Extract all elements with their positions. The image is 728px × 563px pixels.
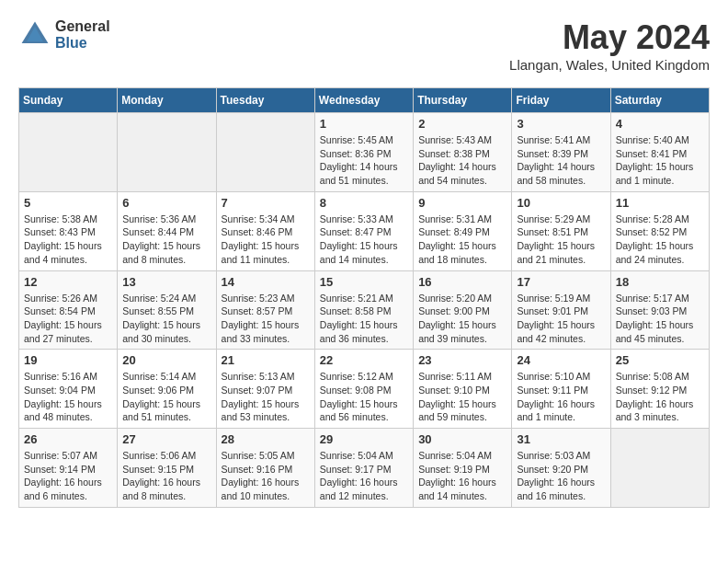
day-info: Sunrise: 5:19 AM Sunset: 9:01 PM Dayligh… — [517, 292, 605, 346]
day-of-week-header: Thursday — [414, 88, 512, 113]
day-of-week-header: Tuesday — [216, 88, 314, 113]
day-number: 25 — [616, 353, 704, 367]
day-info: Sunrise: 5:16 AM Sunset: 9:04 PM Dayligh… — [24, 370, 112, 424]
calendar-day-cell: 28Sunrise: 5:05 AM Sunset: 9:16 PM Dayli… — [216, 429, 314, 508]
month-title: May 2024 — [509, 18, 710, 57]
day-of-week-header: Saturday — [610, 88, 709, 113]
calendar-week-row: 12Sunrise: 5:26 AM Sunset: 8:54 PM Dayli… — [19, 270, 710, 350]
day-number: 30 — [418, 432, 506, 446]
day-info: Sunrise: 5:24 AM Sunset: 8:55 PM Dayligh… — [122, 292, 210, 346]
day-number: 2 — [418, 117, 506, 131]
calendar-day-cell: 23Sunrise: 5:11 AM Sunset: 9:10 PM Dayli… — [414, 350, 512, 429]
calendar-day-cell: 9Sunrise: 5:31 AM Sunset: 8:49 PM Daylig… — [414, 191, 512, 270]
day-info: Sunrise: 5:03 AM Sunset: 9:20 PM Dayligh… — [517, 449, 605, 503]
calendar-day-cell: 27Sunrise: 5:06 AM Sunset: 9:15 PM Dayli… — [118, 429, 216, 508]
day-number: 11 — [616, 196, 704, 210]
day-info: Sunrise: 5:23 AM Sunset: 8:57 PM Dayligh… — [222, 292, 310, 346]
day-info: Sunrise: 5:26 AM Sunset: 8:54 PM Dayligh… — [24, 292, 112, 346]
day-number: 4 — [616, 117, 704, 131]
calendar-day-cell: 11Sunrise: 5:28 AM Sunset: 8:52 PM Dayli… — [610, 191, 709, 270]
day-info: Sunrise: 5:13 AM Sunset: 9:07 PM Dayligh… — [222, 370, 310, 424]
calendar-day-cell: 26Sunrise: 5:07 AM Sunset: 9:14 PM Dayli… — [19, 429, 118, 508]
title-block: May 2024 Llangan, Wales, United Kingdom — [509, 18, 710, 73]
day-number: 14 — [222, 275, 310, 289]
day-number: 13 — [122, 275, 210, 289]
day-number: 28 — [222, 432, 310, 446]
calendar-week-row: 19Sunrise: 5:16 AM Sunset: 9:04 PM Dayli… — [19, 350, 710, 429]
day-number: 16 — [418, 275, 506, 289]
calendar-day-cell: 7Sunrise: 5:34 AM Sunset: 8:46 PM Daylig… — [216, 191, 314, 270]
calendar-day-cell — [610, 429, 709, 508]
day-number: 26 — [24, 432, 112, 446]
calendar-day-cell: 18Sunrise: 5:17 AM Sunset: 9:03 PM Dayli… — [610, 270, 709, 350]
day-info: Sunrise: 5:10 AM Sunset: 9:11 PM Dayligh… — [517, 370, 605, 424]
calendar-day-cell: 1Sunrise: 5:45 AM Sunset: 8:36 PM Daylig… — [314, 113, 413, 192]
day-info: Sunrise: 5:41 AM Sunset: 8:39 PM Dayligh… — [517, 133, 605, 188]
calendar-day-cell: 2Sunrise: 5:43 AM Sunset: 8:38 PM Daylig… — [414, 113, 512, 192]
calendar-day-cell: 15Sunrise: 5:21 AM Sunset: 8:58 PM Dayli… — [314, 270, 413, 350]
calendar-day-cell: 29Sunrise: 5:04 AM Sunset: 9:17 PM Dayli… — [314, 429, 413, 508]
calendar-day-cell: 17Sunrise: 5:19 AM Sunset: 9:01 PM Dayli… — [512, 270, 610, 350]
calendar-day-cell: 3Sunrise: 5:41 AM Sunset: 8:39 PM Daylig… — [512, 113, 610, 192]
calendar-day-cell: 31Sunrise: 5:03 AM Sunset: 9:20 PM Dayli… — [512, 429, 610, 508]
day-number: 15 — [320, 275, 408, 289]
logo-general-text: General — [55, 18, 110, 35]
day-number: 6 — [122, 196, 210, 210]
day-info: Sunrise: 5:28 AM Sunset: 8:52 PM Dayligh… — [616, 213, 704, 267]
day-info: Sunrise: 5:17 AM Sunset: 9:03 PM Dayligh… — [616, 292, 704, 346]
day-number: 19 — [24, 353, 112, 367]
day-of-week-header: Wednesday — [314, 88, 413, 113]
day-info: Sunrise: 5:31 AM Sunset: 8:49 PM Dayligh… — [418, 213, 506, 267]
day-info: Sunrise: 5:34 AM Sunset: 8:46 PM Dayligh… — [222, 213, 310, 267]
day-number: 7 — [222, 196, 310, 210]
location-text: Llangan, Wales, United Kingdom — [509, 57, 710, 73]
day-number: 22 — [320, 353, 408, 367]
day-number: 12 — [24, 275, 112, 289]
calendar-day-cell — [118, 113, 216, 192]
logo-blue-text: Blue — [55, 35, 110, 52]
calendar-day-cell: 6Sunrise: 5:36 AM Sunset: 8:44 PM Daylig… — [118, 191, 216, 270]
day-of-week-header: Sunday — [19, 88, 118, 113]
calendar-week-row: 5Sunrise: 5:38 AM Sunset: 8:43 PM Daylig… — [19, 191, 710, 270]
calendar-day-cell: 24Sunrise: 5:10 AM Sunset: 9:11 PM Dayli… — [512, 350, 610, 429]
calendar-day-cell: 19Sunrise: 5:16 AM Sunset: 9:04 PM Dayli… — [19, 350, 118, 429]
day-info: Sunrise: 5:33 AM Sunset: 8:47 PM Dayligh… — [320, 213, 408, 267]
day-number: 5 — [24, 196, 112, 210]
day-number: 17 — [517, 275, 605, 289]
calendar-day-cell: 8Sunrise: 5:33 AM Sunset: 8:47 PM Daylig… — [314, 191, 413, 270]
calendar-header-row: SundayMondayTuesdayWednesdayThursdayFrid… — [19, 88, 710, 113]
day-number: 9 — [418, 196, 506, 210]
day-info: Sunrise: 5:04 AM Sunset: 9:17 PM Dayligh… — [320, 449, 408, 503]
day-number: 3 — [517, 117, 605, 131]
day-number: 29 — [320, 432, 408, 446]
day-number: 24 — [517, 353, 605, 367]
logo-icon — [18, 18, 51, 52]
day-info: Sunrise: 5:36 AM Sunset: 8:44 PM Dayligh… — [122, 213, 210, 267]
day-number: 1 — [320, 117, 408, 131]
day-number: 18 — [616, 275, 704, 289]
calendar-day-cell: 22Sunrise: 5:12 AM Sunset: 9:08 PM Dayli… — [314, 350, 413, 429]
day-info: Sunrise: 5:11 AM Sunset: 9:10 PM Dayligh… — [418, 370, 506, 424]
day-info: Sunrise: 5:06 AM Sunset: 9:15 PM Dayligh… — [122, 449, 210, 503]
calendar-day-cell: 14Sunrise: 5:23 AM Sunset: 8:57 PM Dayli… — [216, 270, 314, 350]
day-number: 21 — [222, 353, 310, 367]
day-of-week-header: Monday — [118, 88, 216, 113]
day-info: Sunrise: 5:38 AM Sunset: 8:43 PM Dayligh… — [24, 213, 112, 267]
page-header: General Blue May 2024 Llangan, Wales, Un… — [18, 18, 710, 73]
calendar-day-cell — [216, 113, 314, 192]
day-info: Sunrise: 5:20 AM Sunset: 9:00 PM Dayligh… — [418, 292, 506, 346]
day-info: Sunrise: 5:07 AM Sunset: 9:14 PM Dayligh… — [24, 449, 112, 503]
logo: General Blue — [18, 18, 110, 52]
day-number: 23 — [418, 353, 506, 367]
day-info: Sunrise: 5:04 AM Sunset: 9:19 PM Dayligh… — [418, 449, 506, 503]
calendar-day-cell: 25Sunrise: 5:08 AM Sunset: 9:12 PM Dayli… — [610, 350, 709, 429]
calendar-day-cell: 16Sunrise: 5:20 AM Sunset: 9:00 PM Dayli… — [414, 270, 512, 350]
day-info: Sunrise: 5:29 AM Sunset: 8:51 PM Dayligh… — [517, 213, 605, 267]
day-info: Sunrise: 5:14 AM Sunset: 9:06 PM Dayligh… — [122, 370, 210, 424]
day-info: Sunrise: 5:21 AM Sunset: 8:58 PM Dayligh… — [320, 292, 408, 346]
day-info: Sunrise: 5:40 AM Sunset: 8:41 PM Dayligh… — [616, 133, 704, 188]
day-info: Sunrise: 5:12 AM Sunset: 9:08 PM Dayligh… — [320, 370, 408, 424]
calendar-day-cell: 12Sunrise: 5:26 AM Sunset: 8:54 PM Dayli… — [19, 270, 118, 350]
day-of-week-header: Friday — [512, 88, 610, 113]
day-info: Sunrise: 5:05 AM Sunset: 9:16 PM Dayligh… — [222, 449, 310, 503]
